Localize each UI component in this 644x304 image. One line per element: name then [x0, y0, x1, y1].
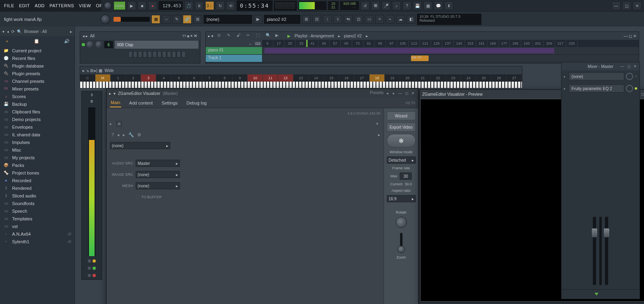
mixer-empty-slot[interactable]	[564, 139, 637, 149]
track-2-header[interactable]: Track 1	[206, 55, 262, 62]
ruler-tick[interactable]: 169	[487, 40, 499, 47]
slot-1-knob[interactable]	[626, 85, 633, 92]
overdub-button[interactable]: ↻	[216, 1, 225, 10]
menu-icon[interactable]: ▾	[114, 91, 116, 96]
layer-collapse-icon[interactable]: ▸	[110, 122, 114, 126]
mixer-empty-slot[interactable]	[564, 107, 637, 116]
zoom-slider[interactable]	[400, 233, 402, 253]
mixer-empty-slot[interactable]	[564, 96, 637, 105]
mixer-track-header[interactable]: 21	[415, 74, 431, 82]
channel-vol-knob[interactable]	[95, 41, 103, 48]
pianoroll-ruler[interactable]: CM12345678910111213141516171819202122232…	[80, 74, 522, 82]
mixer-track-header[interactable]: 10	[248, 74, 263, 82]
window-minimize-button[interactable]: —	[612, 1, 621, 10]
route-knob[interactable]	[601, 292, 607, 297]
mixer-track-header[interactable]: 20	[400, 74, 415, 82]
window-mode-dropdown[interactable]: Detached▸	[387, 156, 416, 164]
mixer-track-header[interactable]: M	[95, 74, 111, 82]
mixer-track-header[interactable]: 27	[507, 74, 522, 82]
clip-audio[interactable]	[264, 48, 554, 53]
ruler-tick[interactable]: 129	[431, 40, 442, 47]
mixer-window[interactable]: Mixer - Master — ◻ ✕ ▸ (none) ▸ Fruity p…	[561, 62, 640, 299]
ruler-tick[interactable]: 161	[476, 40, 487, 47]
chevron-right-icon[interactable]: ▸	[70, 29, 72, 34]
draw-tool-icon[interactable]: ✎	[227, 33, 233, 39]
browser-item[interactable]: 📦Packs	[0, 161, 74, 169]
master-pitch-knob[interactable]	[101, 14, 110, 24]
slot-1-led[interactable]	[635, 87, 637, 90]
route-arrow-icon[interactable]	[594, 293, 599, 296]
mixer-track-header[interactable]: 14	[309, 74, 324, 82]
zge-visualizer-window[interactable]: ▸ ▾ ZGameEditor Visualizer (Master) Pres…	[106, 88, 419, 304]
ruler-tick[interactable]: 25	[285, 40, 296, 47]
zoom-tool-icon[interactable]: 🔍	[266, 33, 271, 39]
help-icon[interactable]: ?	[111, 132, 114, 137]
mixer-track-header[interactable]: 22	[431, 74, 446, 82]
ruler-tick[interactable]: 145	[454, 40, 465, 47]
add-layer-button[interactable]: +	[374, 121, 380, 127]
browser-item[interactable]: ⇩Rendered	[0, 184, 74, 192]
mixer-empty-slot[interactable]	[564, 172, 637, 181]
mixer-max-button[interactable]: ◻	[626, 64, 632, 69]
ruler-tick[interactable]: 65	[341, 40, 352, 47]
ruler-tick[interactable]: 41	[307, 40, 318, 47]
magnet-icon[interactable]: ⊙	[217, 33, 223, 39]
refresh-icon[interactable]: ⟳	[11, 29, 14, 34]
channel-rack-window[interactable]: ◂ ▸ All ⫯⫯ ▦ ◧ ✕ 6 808 Clap	[80, 31, 200, 64]
mixer-track-header[interactable]: 24	[461, 74, 476, 82]
mixer-track-header[interactable]: 9	[233, 74, 248, 82]
browser-item[interactable]: ▫A.N.Ax64dll	[0, 230, 74, 238]
preset-next-button[interactable]: ▸	[391, 90, 396, 96]
mixer-slot-1[interactable]: ▸ Fruity parametric EQ 2	[564, 84, 637, 93]
ruler-tick[interactable]: 33	[296, 40, 307, 47]
mesh-dropdown[interactable]: (none)▸	[136, 182, 180, 189]
piano-keys[interactable]	[80, 82, 522, 88]
module-dropdown[interactable]: (none)▸	[110, 142, 170, 149]
pianoroll-header[interactable]: ▸ ↘ ⊞ ▸| ▦ Wide	[80, 66, 522, 74]
image-src-dropdown[interactable]: (none)▸	[136, 171, 180, 178]
menu-edit[interactable]: EDIT	[17, 3, 32, 8]
browser-item[interactable]: ▭Channel presets	[0, 77, 74, 85]
mixer-slot-0-label[interactable]: (none)	[569, 72, 624, 80]
rec-mic-button[interactable]: 🎤	[382, 1, 390, 10]
window-close-button[interactable]: ✕	[633, 1, 642, 10]
ruler-tick[interactable]: 113	[409, 40, 420, 47]
browser-item[interactable]: ▭Speech	[0, 207, 74, 215]
options-popup-button[interactable]: 💬	[434, 1, 443, 10]
fr-max-input[interactable]: 30	[400, 173, 412, 180]
mixer-track-header[interactable]: 8	[217, 74, 233, 82]
ruler-tick[interactable]: 73	[352, 40, 363, 47]
mixer-slot-0[interactable]: ▸ (none)	[564, 72, 637, 81]
ruler-tick[interactable]: 137	[442, 40, 454, 47]
tb11[interactable]: ◧	[407, 15, 415, 24]
browser-item[interactable]: ▭Impulses	[0, 138, 74, 146]
browser-item[interactable]: ▭IL shared data	[0, 131, 74, 138]
browser-item[interactable]: 🔌Plugin presets	[0, 70, 74, 77]
play-button[interactable]: ▶	[127, 1, 136, 10]
stop-button[interactable]: ■	[138, 1, 147, 10]
ruler-tick[interactable]: 81	[363, 40, 375, 47]
channel-pan-knob[interactable]	[87, 41, 94, 48]
mixer-track-header[interactable]: 1	[111, 74, 126, 82]
chevron-right-icon[interactable]: ▸	[109, 91, 111, 96]
browser-item[interactable]: ⫯⫯Mixer presets	[0, 85, 74, 92]
slot-0-knob[interactable]	[626, 73, 633, 80]
zge-maximize-button[interactable]: ◻	[404, 90, 409, 96]
mixer-track-header[interactable]: 15	[324, 74, 339, 82]
mixer-track-header[interactable]: 25	[476, 74, 491, 82]
clipboard-icon[interactable]: 📋	[34, 39, 39, 44]
ruler-tick[interactable]: 185	[510, 40, 521, 47]
channel-rack-header[interactable]: ◂ ▸ All ⫯⫯ ▦ ◧ ✕	[80, 32, 200, 40]
ruler-tick[interactable]: 121	[420, 40, 431, 47]
tab-add-content[interactable]: Add content	[128, 99, 154, 107]
browser-item[interactable]: ▭Clipboard files	[0, 108, 74, 115]
menu-patterns[interactable]: PATTERNS	[47, 3, 76, 8]
pattern-next-button[interactable]: ▶	[254, 15, 262, 24]
keyboard-icon[interactable]: ⌨	[255, 41, 260, 46]
browser-item[interactable]: 💾Backup	[0, 100, 74, 108]
mixer-track-header[interactable]: 23	[446, 74, 461, 82]
mixer-empty-slot[interactable]	[564, 128, 637, 138]
browser-item[interactable]: 🔌Plugin database	[0, 62, 74, 70]
mixer-track-header[interactable]: 12	[278, 74, 293, 82]
fader-right[interactable]	[605, 217, 608, 285]
